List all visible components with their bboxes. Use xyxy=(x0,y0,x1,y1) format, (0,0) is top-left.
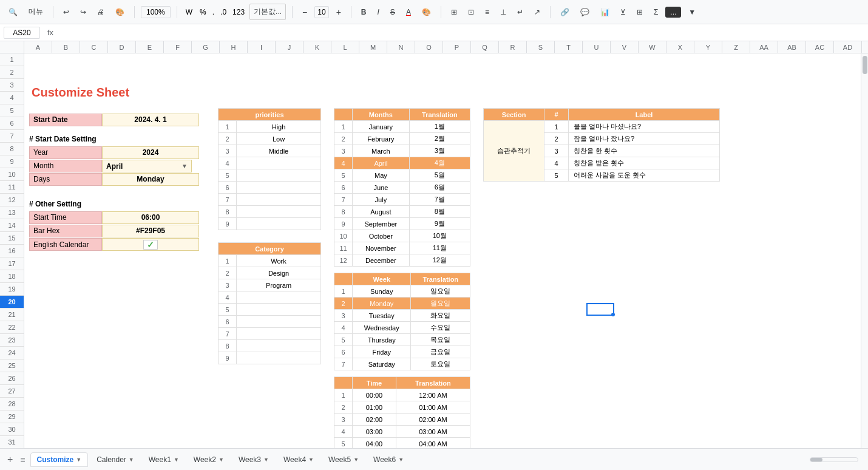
priority-label[interactable]: High xyxy=(237,121,321,133)
rotate-button[interactable]: ↗ xyxy=(531,5,544,19)
bold-button[interactable]: B xyxy=(358,5,370,19)
week-translation[interactable]: 화요일 xyxy=(411,310,470,322)
month-dropdown-icon[interactable]: ▼ xyxy=(181,163,188,169)
month-name[interactable]: March xyxy=(353,145,410,157)
row-15[interactable]: 15 xyxy=(0,232,24,245)
year-value[interactable]: 2024 xyxy=(102,146,199,159)
tab-week2[interactable]: Week2▼ xyxy=(188,453,230,466)
category-label[interactable] xyxy=(237,316,321,328)
italic-button[interactable]: I xyxy=(374,5,383,19)
formula-input[interactable] xyxy=(61,29,864,37)
col-h[interactable]: H xyxy=(220,41,248,53)
col-m[interactable]: M xyxy=(359,41,387,53)
chart-button[interactable]: 📊 xyxy=(597,5,613,19)
tab-week1[interactable]: Week1▼ xyxy=(143,453,185,466)
row-29[interactable]: 29 xyxy=(0,410,24,423)
col-aa[interactable]: AA xyxy=(750,41,778,53)
formula-button[interactable]: Σ xyxy=(650,5,662,19)
row-5[interactable]: 5 xyxy=(0,104,24,117)
tab-dropdown-week6[interactable]: ▼ xyxy=(398,457,404,463)
row-4[interactable]: 4 xyxy=(0,92,24,104)
zoom-selector[interactable]: 100% xyxy=(141,6,171,18)
tab-calender[interactable]: Calender▼ xyxy=(90,453,140,466)
col-f[interactable]: F xyxy=(164,41,192,53)
bar-hex-value[interactable]: #F29F05 xyxy=(102,225,199,237)
col-e[interactable]: E xyxy=(136,41,164,53)
add-sheet-button[interactable]: + xyxy=(5,452,15,468)
row-9[interactable]: 9 xyxy=(0,155,24,168)
col-i[interactable]: I xyxy=(248,41,276,53)
tab-week4[interactable]: Week4▼ xyxy=(277,453,320,466)
week-name[interactable]: Wednesday xyxy=(353,322,411,334)
row-6[interactable]: 6 xyxy=(0,117,24,130)
tab-dropdown-calender[interactable]: ▼ xyxy=(129,457,134,463)
row-14[interactable]: 14 xyxy=(0,219,24,232)
month-name[interactable]: April xyxy=(353,157,410,169)
row-31[interactable]: 31 xyxy=(0,436,24,448)
font-color-button[interactable]: A xyxy=(402,5,415,19)
comment-button[interactable]: 💬 xyxy=(577,5,593,19)
cell-reference-input[interactable] xyxy=(4,27,40,39)
month-translation[interactable]: 8월 xyxy=(409,206,470,218)
row-2[interactable]: 2 xyxy=(0,66,24,79)
week-name[interactable]: Friday xyxy=(353,346,411,358)
month-translation[interactable]: 2월 xyxy=(409,133,470,145)
korean-label[interactable]: 칭찬을 받은 횟수 xyxy=(569,157,720,169)
row-18[interactable]: 18 xyxy=(0,270,24,283)
week-translation[interactable]: 목요일 xyxy=(411,334,470,346)
row-3[interactable]: 3 xyxy=(0,79,24,92)
week-name[interactable]: Tuesday xyxy=(353,310,411,322)
h-scroll-thumb[interactable] xyxy=(810,458,822,461)
col-ad[interactable]: AD xyxy=(834,41,862,53)
month-translation[interactable]: 11월 xyxy=(409,242,470,254)
col-v[interactable]: V xyxy=(611,41,639,53)
scroll-thumb[interactable] xyxy=(863,56,867,74)
vertical-scrollbar[interactable] xyxy=(861,53,868,448)
priority-label[interactable] xyxy=(237,157,321,169)
category-label[interactable]: Work xyxy=(237,255,321,267)
row-8[interactable]: 8 xyxy=(0,143,24,155)
cell-handle[interactable] xyxy=(611,313,615,316)
col-o[interactable]: O xyxy=(415,41,443,53)
tab-dropdown-week3[interactable]: ▼ xyxy=(263,457,269,463)
category-label[interactable] xyxy=(237,328,321,340)
category-label[interactable] xyxy=(237,352,321,364)
col-y[interactable]: Y xyxy=(694,41,722,53)
col-a[interactable]: A xyxy=(24,41,52,53)
row-22[interactable]: 22 xyxy=(0,321,24,334)
row-7[interactable]: 7 xyxy=(0,130,24,143)
row-30[interactable]: 30 xyxy=(0,423,24,436)
menu-button[interactable]: 메뉴 xyxy=(25,4,47,19)
time-value[interactable]: 01:00 xyxy=(353,401,396,414)
tab-week5[interactable]: Week5▼ xyxy=(322,453,365,466)
more-button[interactable]: ... xyxy=(665,7,681,18)
row-26[interactable]: 26 xyxy=(0,372,24,385)
category-label[interactable] xyxy=(237,304,321,316)
col-ae[interactable]: AE xyxy=(862,41,868,53)
col-z[interactable]: Z xyxy=(722,41,750,53)
row-16[interactable]: 16 xyxy=(0,245,24,257)
time-translation[interactable]: 02:00 AM xyxy=(396,414,470,426)
english-calendar-checkbox[interactable] xyxy=(143,240,158,250)
undo-button[interactable]: ↩ xyxy=(59,5,73,19)
category-label[interactable]: Program xyxy=(237,279,321,291)
col-j[interactable]: J xyxy=(276,41,303,53)
time-value[interactable]: 02:00 xyxy=(353,414,396,426)
col-q[interactable]: Q xyxy=(471,41,499,53)
row-11[interactable]: 11 xyxy=(0,181,24,194)
tab-customize[interactable]: Customize▼ xyxy=(30,452,89,467)
month-translation[interactable]: 9월 xyxy=(409,218,470,230)
week-translation[interactable]: 월요일 xyxy=(411,298,470,310)
search-icon[interactable]: 🔍 xyxy=(5,5,21,19)
week-name[interactable]: Sunday xyxy=(353,285,411,298)
month-name[interactable]: May xyxy=(353,169,410,182)
align-button[interactable]: ≡ xyxy=(481,5,493,19)
row-20[interactable]: 20 xyxy=(0,296,24,308)
col-d[interactable]: D xyxy=(108,41,136,53)
month-name[interactable]: August xyxy=(353,206,410,218)
category-label[interactable] xyxy=(237,340,321,352)
col-c[interactable]: C xyxy=(80,41,108,53)
col-w[interactable]: W xyxy=(639,41,666,53)
month-name[interactable]: December xyxy=(353,254,410,267)
month-translation[interactable]: 4월 xyxy=(409,157,470,169)
